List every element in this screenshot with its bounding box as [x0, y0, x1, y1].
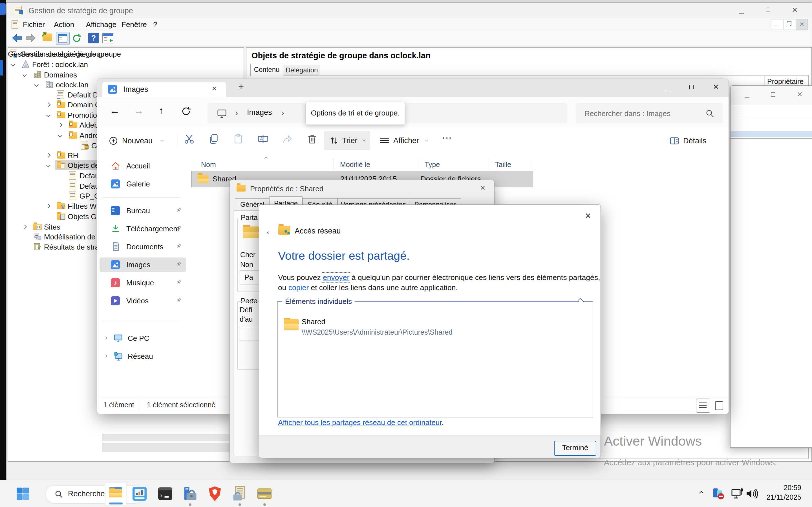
sidebar-item-telechargement[interactable]: Téléchargement [100, 221, 186, 236]
show-all-shares-link[interactable]: Afficher tous les partages réseau de cet… [278, 418, 442, 427]
sidebar-item-bureau[interactable]: Bureau [100, 203, 186, 218]
column-nom[interactable]: Nom [201, 161, 216, 169]
tray-clock-date[interactable]: 21/11/2025 [767, 493, 801, 501]
help-button[interactable]: ? [88, 33, 99, 43]
view-button[interactable]: Afficher [376, 131, 432, 150]
tray-clock-time[interactable]: 20:59 [783, 484, 801, 492]
sidebar-item-documents[interactable]: Documents [100, 239, 186, 254]
collapse-chevron-icon[interactable] [578, 298, 584, 304]
chevron-down-icon[interactable] [22, 73, 27, 77]
copy-button[interactable] [208, 133, 219, 146]
link-envoyer[interactable]: envoyer [323, 273, 349, 282]
mmc-child-close-button[interactable]: × [796, 19, 808, 30]
sort-button[interactable]: Trier [324, 131, 370, 150]
dialog-close-button[interactable]: × [585, 210, 591, 222]
mmc-child-restore-button[interactable] [783, 19, 795, 30]
menu-help[interactable]: ? [153, 20, 157, 29]
column-owner[interactable]: Propriétaire [767, 77, 804, 86]
bg-minimize-button[interactable] [745, 94, 749, 99]
chevron-right-icon[interactable] [58, 123, 63, 127]
chevron-right-icon[interactable] [46, 204, 51, 209]
tree-item-domaines[interactable]: Domaines [8, 69, 244, 80]
mmc-titlebar[interactable]: Gestion de stratégie de groupe × [6, 3, 812, 18]
bg-maximize-button[interactable] [771, 93, 775, 98]
nav-up-icon[interactable]: ↑ [159, 105, 164, 117]
new-button[interactable]: Nouveau [106, 133, 170, 149]
menu-action[interactable]: Action [54, 20, 74, 29]
explorer-close-button[interactable]: × [713, 81, 719, 92]
window-list-button[interactable] [102, 33, 114, 43]
tray-chevron-icon[interactable] [699, 491, 704, 496]
column-taille[interactable]: Taille [495, 161, 511, 169]
taskbar-server-manager-button[interactable] [131, 485, 148, 503]
view-list-toggle[interactable] [696, 399, 710, 413]
explorer-minimize-button[interactable] [666, 87, 670, 93]
paste-button[interactable] [233, 133, 244, 146]
sidebar-item-musique[interactable]: ♪ Musique [100, 276, 186, 290]
mmc-close-button[interactable]: × [792, 4, 798, 15]
tab-contenu[interactable]: Contenu [250, 64, 283, 76]
refresh-button[interactable] [71, 33, 82, 45]
start-button[interactable] [15, 487, 30, 502]
sidebar-item-galerie[interactable]: Galerie [100, 177, 186, 191]
new-tab-button[interactable]: + [238, 81, 244, 92]
mmc-minimize-button[interactable] [739, 10, 744, 15]
breadcrumb-images[interactable]: Images [247, 108, 272, 117]
taskbar-gpedit-button[interactable] [256, 485, 273, 503]
taskbar-admin-tools-button[interactable] [182, 485, 199, 503]
tree-item-forest[interactable]: Forêt : oclock.lan [8, 59, 244, 69]
chevron-down-icon[interactable] [11, 62, 15, 67]
breadcrumb-chevron[interactable]: › [235, 108, 238, 117]
taskbar-brave-button[interactable] [206, 485, 223, 503]
search-box[interactable] [576, 103, 723, 123]
search-icon[interactable] [705, 109, 715, 119]
nav-refresh-icon[interactable] [181, 106, 192, 118]
tab-delegation[interactable]: Délégation [283, 65, 320, 76]
sidebar-item-accueil[interactable]: Accueil [100, 159, 186, 173]
bg-window-titlebar[interactable]: × [730, 86, 812, 105]
nav-back-icon[interactable]: ← [110, 105, 120, 117]
delete-button[interactable] [306, 133, 318, 146]
taskbar-search[interactable]: Rechercher [46, 485, 143, 503]
back-button[interactable] [11, 33, 23, 44]
sidebar-item-ce-pc[interactable]: Ce PC [100, 331, 186, 346]
rename-button[interactable]: A [257, 133, 269, 146]
mmc-child-minimize-button[interactable] [771, 19, 783, 30]
chevron-down-icon[interactable] [35, 82, 39, 87]
tray-network-icon[interactable] [731, 487, 744, 502]
bg-close-button[interactable]: × [797, 89, 802, 100]
more-button[interactable]: … [442, 129, 452, 141]
tree-item-root[interactable]: Gestion de stratégie de groupe/**/ Gesti… [8, 49, 244, 59]
details-pane-button[interactable]: Détails [669, 133, 723, 149]
link-copier[interactable]: copier [289, 283, 309, 292]
mmc-maximize-button[interactable] [766, 8, 770, 13]
taskbar-explorer-button[interactable] [105, 483, 126, 506]
explorer-maximize-button[interactable] [689, 85, 694, 91]
done-button[interactable]: Terminé [554, 441, 596, 456]
this-pc-icon[interactable] [216, 108, 227, 120]
forward-button[interactable] [25, 33, 36, 44]
sidebar-item-reseau[interactable]: Réseau [100, 349, 186, 363]
chevron-right-icon[interactable] [104, 336, 107, 339]
search-input[interactable] [584, 107, 698, 120]
sidebar-item-images[interactable]: Images [100, 258, 186, 272]
nav-forward-icon[interactable]: → [134, 105, 144, 117]
menu-window[interactable]: Fenêtre [121, 20, 147, 29]
show-window-button[interactable] [56, 32, 70, 45]
chevron-down-icon[interactable] [46, 113, 51, 117]
chevron-right-icon[interactable] [46, 103, 51, 107]
menu-view[interactable]: Affichage [86, 20, 116, 29]
properties-titlebar[interactable]: Propriétés de : Shared × [230, 180, 495, 197]
chevron-down-icon[interactable] [58, 133, 63, 138]
share-button[interactable] [282, 133, 293, 146]
taskbar-terminal-button[interactable]: › [157, 485, 174, 503]
taskbar-gpmc-button[interactable] [231, 485, 248, 503]
chevron-down-icon[interactable] [46, 163, 51, 168]
chevron-right-icon[interactable] [46, 153, 51, 158]
tray-volume-icon[interactable] [745, 487, 758, 502]
explorer-tab-images[interactable]: Images × [102, 82, 226, 97]
menu-file[interactable]: Fichier [23, 20, 45, 29]
breadcrumb-chevron2[interactable]: › [282, 108, 284, 117]
tray-sync-icon[interactable] [712, 487, 725, 502]
properties-close-button[interactable]: × [480, 182, 486, 193]
